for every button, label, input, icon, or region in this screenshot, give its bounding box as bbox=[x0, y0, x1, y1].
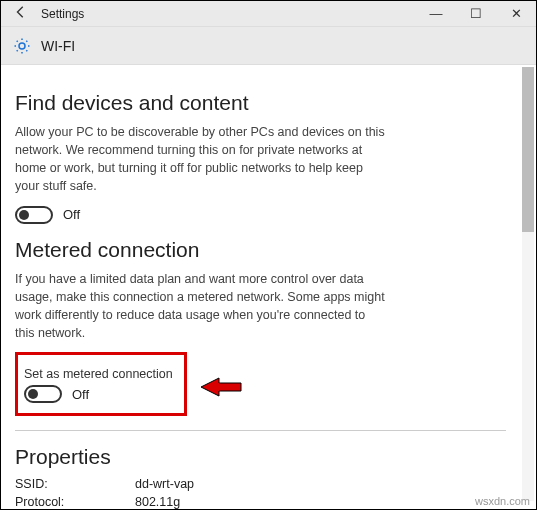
toggle-row-find: Off bbox=[15, 206, 506, 224]
maximize-button[interactable]: ☐ bbox=[456, 6, 496, 21]
toggle-label-find: Off bbox=[63, 207, 80, 222]
property-key: SSID: bbox=[15, 477, 135, 491]
arrow-left-icon bbox=[14, 5, 28, 19]
window-title: Settings bbox=[41, 7, 84, 21]
page-title: WI-FI bbox=[41, 38, 75, 54]
close-button[interactable]: ✕ bbox=[496, 6, 536, 21]
property-row: Protocol: 802.11g bbox=[15, 495, 506, 509]
metered-sublabel: Set as metered connection bbox=[24, 367, 176, 381]
back-button[interactable] bbox=[1, 5, 41, 23]
gear-icon bbox=[13, 37, 31, 55]
highlight-box: Set as metered connection Off bbox=[15, 352, 187, 416]
property-value: 802.11g bbox=[135, 495, 180, 509]
minimize-button[interactable]: — bbox=[416, 6, 456, 21]
property-row: SSID: dd-wrt-vap bbox=[15, 477, 506, 491]
annotation-arrow-icon bbox=[201, 376, 245, 398]
section-heading-find: Find devices and content bbox=[15, 91, 506, 115]
property-key: Protocol: bbox=[15, 495, 135, 509]
toggle-label-metered: Off bbox=[72, 387, 89, 402]
svg-marker-0 bbox=[201, 378, 241, 396]
toggle-row-metered: Off bbox=[24, 385, 176, 403]
section-desc-find: Allow your PC to be discoverable by othe… bbox=[15, 123, 385, 196]
property-value: dd-wrt-vap bbox=[135, 477, 194, 491]
properties-list: SSID: dd-wrt-vap Protocol: 802.11g Secur… bbox=[15, 477, 506, 509]
toggle-find-devices[interactable] bbox=[15, 206, 53, 224]
separator bbox=[15, 430, 506, 431]
watermark: wsxdn.com bbox=[475, 495, 530, 507]
section-heading-metered: Metered connection bbox=[15, 238, 506, 262]
titlebar: Settings — ☐ ✕ bbox=[1, 1, 536, 27]
toggle-metered[interactable] bbox=[24, 385, 62, 403]
page-header: WI-FI bbox=[1, 27, 536, 65]
section-heading-properties: Properties bbox=[15, 445, 506, 469]
section-desc-metered: If you have a limited data plan and want… bbox=[15, 270, 385, 343]
window-controls: — ☐ ✕ bbox=[416, 6, 536, 21]
content-area: Find devices and content Allow your PC t… bbox=[1, 65, 536, 509]
